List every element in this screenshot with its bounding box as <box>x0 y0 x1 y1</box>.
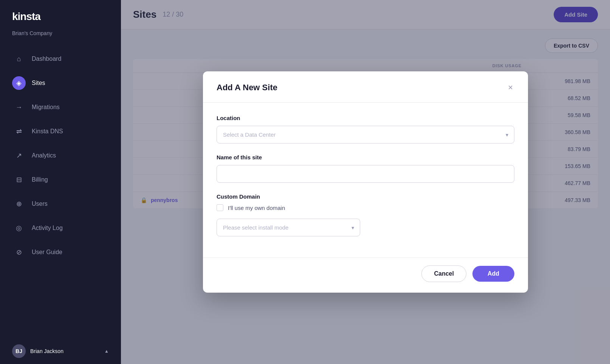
kinsta-dns-icon: ⇌ <box>16 127 22 136</box>
sidebar-item-dashboard[interactable]: ⌂ Dashboard <box>0 47 121 71</box>
sidebar-item-activity-log[interactable]: ◎ Activity Log <box>0 216 121 240</box>
add-button[interactable]: Add <box>472 266 514 282</box>
sites-icon: ◈ <box>16 79 22 87</box>
sidebar-item-billing[interactable]: ⊟ Billing <box>0 168 121 192</box>
logo-area: kinsta <box>0 0 121 30</box>
logo: kinsta <box>12 11 109 23</box>
migrations-icon: → <box>15 103 22 111</box>
location-group: Location Select a Data Center ▾ <box>217 115 514 143</box>
kinsta-dns-icon-wrap: ⇌ <box>12 125 26 138</box>
sidebar-item-label: Billing <box>32 176 48 183</box>
site-name-group: Name of this site <box>217 154 514 183</box>
sidebar-item-users[interactable]: ⊕ Users <box>0 192 121 216</box>
modal-overlay: Add A New Site × Location Select a Data … <box>121 0 610 364</box>
sidebar-nav: ⌂ Dashboard ◈ Sites → Migrations ⇌ Kinst… <box>0 44 121 338</box>
activity-log-icon: ◎ <box>16 224 22 232</box>
location-label: Location <box>217 115 514 121</box>
modal-title: Add A New Site <box>217 83 277 93</box>
modal-close-button[interactable]: × <box>506 82 514 93</box>
sidebar: kinsta Brian's Company ⌂ Dashboard ◈ Sit… <box>0 0 121 364</box>
users-icon: ⊕ <box>16 200 22 208</box>
sidebar-item-sites[interactable]: ◈ Sites <box>0 71 121 95</box>
site-name-label: Name of this site <box>217 154 514 160</box>
user-name: Brian Jackson <box>30 348 63 354</box>
sites-icon-wrap: ◈ <box>12 76 26 90</box>
activity-log-icon-wrap: ◎ <box>12 221 26 235</box>
data-center-select[interactable]: Select a Data Center <box>217 126 514 143</box>
modal-body: Location Select a Data Center ▾ Name of … <box>203 103 528 258</box>
users-icon-wrap: ⊕ <box>12 197 26 211</box>
custom-domain-checkbox-wrap: I'll use my own domain <box>217 204 514 211</box>
sidebar-item-analytics[interactable]: ↗ Analytics <box>0 143 121 168</box>
custom-domain-checkbox[interactable] <box>217 204 223 211</box>
user-profile[interactable]: BJ Brian Jackson ▲ <box>0 338 121 364</box>
sidebar-item-migrations[interactable]: → Migrations <box>0 95 121 119</box>
custom-domain-group: Custom Domain I'll use my own domain Ple… <box>217 193 514 236</box>
custom-domain-label: Custom Domain <box>217 193 514 200</box>
cancel-button[interactable]: Cancel <box>421 265 466 282</box>
dashboard-icon-wrap: ⌂ <box>12 52 26 66</box>
install-mode-select-wrap: Please select install mode ▾ <box>217 219 360 236</box>
user-guide-icon: ⊘ <box>16 248 22 256</box>
sidebar-item-label: Users <box>32 201 48 207</box>
sidebar-item-label: Sites <box>32 80 45 86</box>
sidebar-item-label: Analytics <box>32 152 56 159</box>
sidebar-item-user-guide[interactable]: ⊘ User Guide <box>0 240 121 264</box>
custom-domain-checkbox-label: I'll use my own domain <box>228 205 285 211</box>
sidebar-item-label: Dashboard <box>32 56 61 62</box>
site-name-input[interactable] <box>217 165 514 183</box>
sidebar-item-label: User Guide <box>32 249 62 256</box>
migrations-icon-wrap: → <box>12 100 26 114</box>
analytics-icon-wrap: ↗ <box>12 149 26 162</box>
add-site-modal: Add A New Site × Location Select a Data … <box>203 71 528 293</box>
sidebar-item-label: Migrations <box>32 104 60 111</box>
company-name: Brian's Company <box>0 30 121 44</box>
dashboard-icon: ⌂ <box>17 55 21 63</box>
billing-icon-wrap: ⊟ <box>12 173 26 187</box>
sidebar-item-label: Kinsta DNS <box>32 128 63 135</box>
install-mode-select[interactable]: Please select install mode <box>217 219 360 236</box>
billing-icon: ⊟ <box>16 176 22 184</box>
chevron-up-icon: ▲ <box>104 349 109 354</box>
sidebar-item-label: Activity Log <box>32 225 63 231</box>
sidebar-item-kinsta-dns[interactable]: ⇌ Kinsta DNS <box>0 119 121 143</box>
data-center-select-wrap: Select a Data Center ▾ <box>217 126 514 143</box>
modal-footer: Cancel Add <box>203 258 528 293</box>
analytics-icon: ↗ <box>16 151 22 160</box>
modal-header: Add A New Site × <box>203 71 528 103</box>
avatar: BJ <box>12 344 26 358</box>
main-content: Sites 12 / 30 Add Site Export to CSV DIS… <box>121 0 610 364</box>
user-guide-icon-wrap: ⊘ <box>12 245 26 259</box>
